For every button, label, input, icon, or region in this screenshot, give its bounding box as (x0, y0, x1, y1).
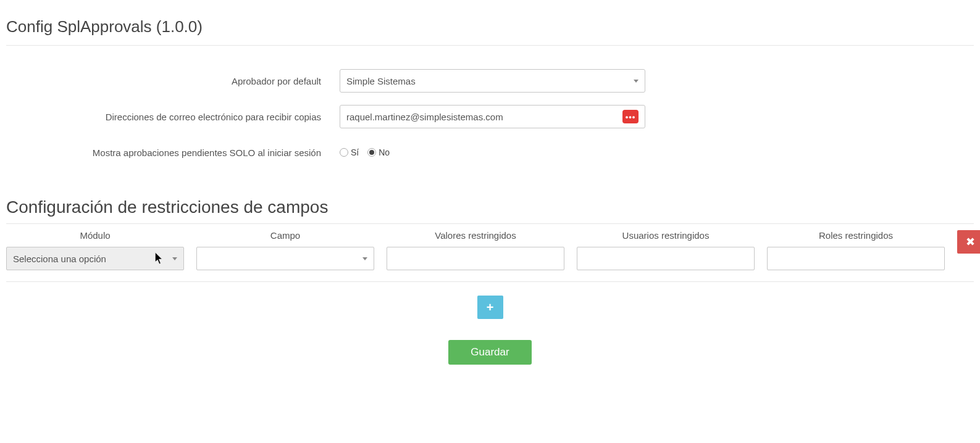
delete-row-button[interactable]: ✖ (957, 230, 980, 254)
header-field: Campo (196, 230, 374, 241)
section-title: Configuración de restricciones de campos (6, 195, 974, 224)
radio-yes[interactable]: Sí (340, 147, 359, 157)
chevron-down-icon (362, 257, 367, 260)
page-title: Config SplApprovals (1.0.0) (6, 6, 974, 46)
header-module: Módulo (6, 230, 184, 241)
emails-input-wrap[interactable]: ••• (340, 105, 645, 128)
approver-select[interactable]: Simple Sistemas (340, 69, 645, 93)
field-select[interactable] (196, 247, 374, 270)
add-row-button[interactable]: + (477, 296, 503, 319)
plus-icon: + (487, 300, 494, 315)
emails-label: Direcciones de correo electrónico para r… (6, 112, 321, 122)
module-select-value: Selecciona una opción (13, 254, 106, 264)
approver-select-value: Simple Sistemas (346, 76, 416, 86)
pending-label: Mostra aprobaciones pendientes SOLO al i… (6, 147, 321, 158)
more-icon[interactable]: ••• (622, 110, 639, 123)
restriction-row: Módulo Selecciona una opción Campo Valor… (6, 224, 974, 282)
roles-input[interactable] (767, 247, 945, 270)
header-users: Usuarios restringidos (577, 230, 755, 241)
radio-no-dot (367, 148, 376, 157)
users-input[interactable] (577, 247, 755, 270)
chevron-down-icon (172, 257, 177, 260)
header-roles: Roles restringidos (767, 230, 945, 241)
values-input[interactable] (387, 247, 564, 270)
radio-yes-label: Sí (351, 147, 359, 157)
close-icon: ✖ (966, 235, 975, 249)
header-values: Valores restringidos (387, 230, 564, 241)
radio-no-label: No (379, 147, 390, 157)
save-button[interactable]: Guardar (448, 340, 531, 365)
chevron-down-icon (634, 80, 639, 83)
emails-input[interactable] (346, 112, 622, 122)
radio-yes-dot (340, 148, 348, 157)
radio-no[interactable]: No (367, 147, 390, 157)
module-select[interactable]: Selecciona una opción (6, 247, 184, 270)
approver-label: Aprobador por default (6, 76, 321, 86)
